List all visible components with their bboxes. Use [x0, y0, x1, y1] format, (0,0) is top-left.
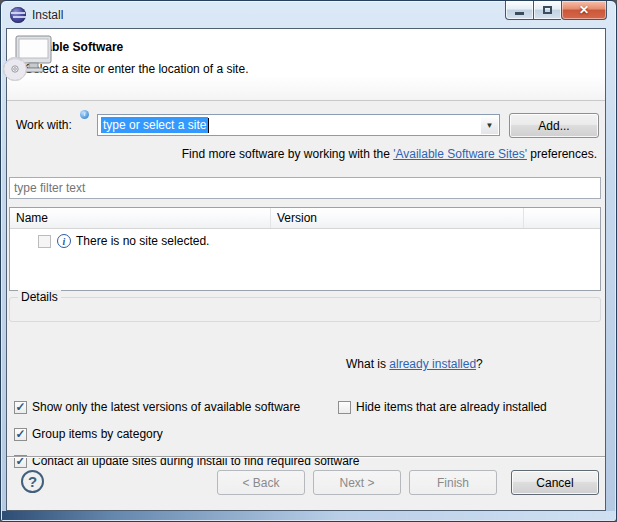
row-message: There is no site selected. [76, 234, 209, 248]
table-header: Name Version [10, 208, 600, 229]
hint-prefix: Find more software by working with the [182, 147, 393, 161]
maximize-button[interactable] [534, 1, 561, 20]
combo-dropdown-icon[interactable]: ▼ [481, 116, 498, 134]
row-checkbox [38, 235, 51, 248]
info-bubble-icon: i [80, 110, 89, 119]
filter-input[interactable] [9, 177, 601, 199]
next-button[interactable]: Next > [313, 470, 401, 495]
checkbox-checked-icon [14, 428, 27, 441]
whatis-prefix: What is [346, 357, 389, 371]
what-is-installed-text: What is already installed? [346, 357, 483, 371]
dialog-body: Available Software Select a site or ente… [6, 28, 606, 511]
minimize-button[interactable] [505, 1, 534, 20]
minimize-icon [515, 12, 524, 15]
install-dialog-window: Install ✕ Available Software Select a si… [0, 0, 617, 522]
combo-selected-text: type or select a site [101, 117, 208, 133]
details-label: Details [18, 290, 61, 304]
maximize-icon [543, 6, 552, 14]
details-group: Details [9, 297, 601, 322]
footer-separator [7, 456, 605, 458]
text-caret [208, 118, 209, 133]
option-group-by-category[interactable]: Group items by category [14, 427, 163, 441]
finish-button[interactable]: Finish [409, 470, 497, 495]
option-label: Group items by category [32, 427, 163, 441]
checkbox-unchecked-icon [338, 401, 351, 414]
info-icon: i [57, 234, 71, 248]
window-controls: ✕ [505, 1, 607, 20]
option-label: Hide items that are already installed [356, 400, 547, 414]
option-label: Show only the latest versions of availab… [32, 400, 300, 414]
option-hide-installed[interactable]: Hide items that are already installed [338, 400, 547, 414]
close-button[interactable]: ✕ [561, 1, 607, 20]
back-button[interactable]: < Back [217, 470, 305, 495]
checkbox-checked-icon [14, 401, 27, 414]
already-installed-link[interactable]: already installed [389, 357, 476, 371]
table-row: i There is no site selected. [10, 234, 600, 248]
option-show-latest-versions[interactable]: Show only the latest versions of availab… [14, 400, 300, 414]
hint-suffix: preferences. [527, 147, 597, 161]
window-title: Install [32, 8, 63, 22]
column-header-name[interactable]: Name [10, 208, 271, 228]
work-with-label: Work with: [16, 118, 72, 132]
work-with-combo[interactable]: type or select a site ▼ [97, 114, 500, 136]
whatis-suffix: ? [476, 357, 483, 371]
available-software-sites-link[interactable]: 'Available Software Sites' [393, 147, 527, 161]
find-more-hint: Find more software by working with the '… [182, 147, 597, 161]
help-button[interactable]: ? [21, 470, 44, 493]
add-button[interactable]: Add... [509, 113, 599, 138]
wizard-buttons: < Back Next > Finish Cancel [209, 470, 599, 495]
wizard-banner: Available Software Select a site or ente… [7, 29, 605, 101]
page-content: Work with: i type or select a site ▼ Add… [7, 101, 605, 510]
eclipse-icon [10, 7, 26, 23]
page-subtitle: Select a site or enter the location of a… [25, 62, 248, 76]
software-table: Name Version i There is no site selected… [9, 207, 601, 291]
column-header-version[interactable]: Version [271, 208, 524, 228]
cancel-button[interactable]: Cancel [511, 470, 599, 495]
close-icon: ✕ [579, 3, 589, 17]
monitor-cd-icon [2, 33, 54, 83]
column-header-filler [524, 208, 600, 228]
